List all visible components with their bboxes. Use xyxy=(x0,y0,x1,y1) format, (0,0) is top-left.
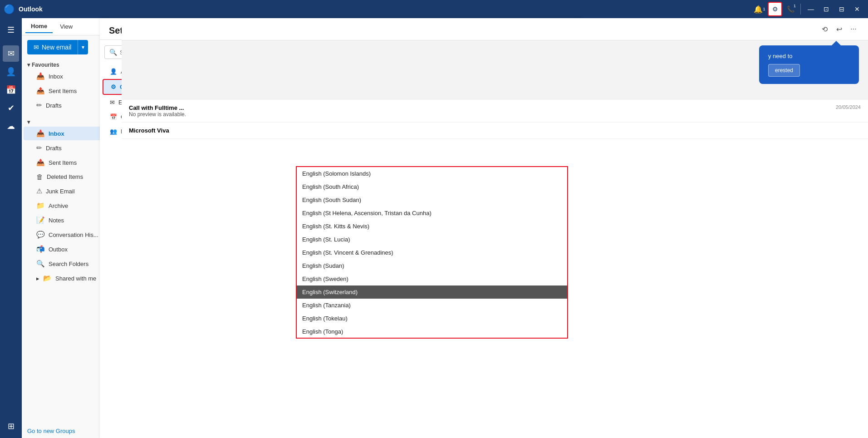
chevron-right-icon: ▸ xyxy=(36,275,39,282)
email-toolbar: ⟲ ↩ ··· xyxy=(122,18,868,40)
titlebar-controls: 🔔1 ⚙ 📞1 — ⊡ ⊟ ✕ xyxy=(752,2,864,16)
general-icon: ⚙ xyxy=(111,84,116,90)
dropdown-item-9[interactable]: English (Switzerland) xyxy=(297,285,567,299)
snap-btn[interactable]: ⊟ xyxy=(834,2,849,16)
email-nav-icon: ✉ xyxy=(110,99,115,106)
chevron-down-icon: ▾ xyxy=(27,62,30,68)
nav-mail-btn[interactable]: ✉ xyxy=(3,45,19,62)
reply-all-btn[interactable]: ↩ xyxy=(832,22,846,36)
outlook-logo: 🔵 xyxy=(4,4,15,15)
junk-icon: ⚠ xyxy=(36,187,42,195)
shared-icon: 📂 xyxy=(43,274,52,282)
accounts-icon: 👤 xyxy=(110,68,117,75)
close-btn[interactable]: ✕ xyxy=(850,2,864,16)
titlebar-left: 🔵 Outlook xyxy=(4,4,43,15)
new-email-label: New email xyxy=(42,44,71,51)
minimize-btn[interactable]: — xyxy=(804,2,818,16)
home-tab[interactable]: Home xyxy=(25,20,53,33)
nav-apps-btn[interactable]: ⊞ xyxy=(3,418,19,434)
sent-icon: 📤 xyxy=(36,87,45,95)
phone-btn[interactable]: 📞1 xyxy=(783,2,798,16)
dropdown-item-13[interactable]: English (Trinidad & Tobago) xyxy=(297,338,567,339)
more-options-btn[interactable]: ··· xyxy=(846,22,861,36)
sent-main-icon: 📤 xyxy=(36,158,45,167)
dropdown-item-6[interactable]: English (St. Vincent & Grenadines) xyxy=(297,246,567,259)
people-nav-icon: 👥 xyxy=(110,128,117,135)
new-email-arrow-btn[interactable]: ▾ xyxy=(78,40,88,54)
dropdown-item-8[interactable]: English (Sweden) xyxy=(297,272,567,285)
notification-text: y need to xyxy=(768,53,850,59)
email-item-0[interactable]: 20/05/2024 Call with Fulltime ... No pre… xyxy=(122,100,868,123)
email-preview-0: No preview is available. xyxy=(129,111,861,118)
calendar-nav-icon: 📅 xyxy=(110,113,117,120)
settings-gear-btn[interactable]: ⚙ xyxy=(768,2,782,16)
go-to-groups-link[interactable]: Go to new Groups xyxy=(27,428,75,434)
dropdown-item-4[interactable]: English (St. Kitts & Nevis) xyxy=(297,220,567,233)
dropdown-item-12[interactable]: English (Tonga) xyxy=(297,325,567,338)
notes-icon: 📝 xyxy=(36,216,45,224)
new-email-btn[interactable]: ✉ New email xyxy=(27,40,78,54)
refresh-btn[interactable]: ⟲ xyxy=(817,22,832,36)
language-dropdown[interactable]: English (Solomon Islands) English (South… xyxy=(296,166,568,339)
restore-btn[interactable]: ⊡ xyxy=(819,2,834,16)
email-sender-0: Call with Fulltime ... xyxy=(129,104,861,111)
dropdown-item-11[interactable]: English (Tokelau) xyxy=(297,312,567,325)
email-date-0: 20/05/2024 xyxy=(836,104,861,110)
nav-icons: ☰ ✉ 👤 📅 ✔ ☁ ⊞ xyxy=(0,18,22,438)
search-icon: 🔍 xyxy=(109,49,117,56)
dropdown-item-2[interactable]: English (South Sudan) xyxy=(297,193,567,207)
app-layout: ☰ ✉ 👤 📅 ✔ ☁ ⊞ Home View ✉ New email ▾ ▾ … xyxy=(0,18,868,438)
archive-icon: 📁 xyxy=(36,202,45,210)
new-email-icon: ✉ xyxy=(34,44,39,51)
dropdown-item-10[interactable]: English (Tanzania) xyxy=(297,299,567,312)
dropdown-item-7[interactable]: English (Sudan) xyxy=(297,259,567,272)
interested-btn[interactable]: erested xyxy=(768,64,800,77)
conversation-icon: 💬 xyxy=(36,231,45,239)
hamburger-menu-btn[interactable]: ☰ xyxy=(3,22,19,38)
nav-people-btn[interactable]: 👤 xyxy=(3,64,19,80)
inbox-icon: 📥 xyxy=(36,72,45,80)
nav-calendar-btn[interactable]: 📅 xyxy=(3,82,19,98)
email-item-1[interactable]: Microsoft Viva xyxy=(122,123,868,139)
inbox-main-icon: 📥 xyxy=(36,129,45,138)
deleted-icon: 🗑 xyxy=(36,173,43,181)
dropdown-item-3[interactable]: English (St Helena, Ascension, Tristan d… xyxy=(297,207,567,220)
dropdown-item-0[interactable]: English (Solomon Islands) xyxy=(297,167,567,180)
nav-cloud-btn[interactable]: ☁ xyxy=(3,118,19,134)
outbox-icon: 📬 xyxy=(36,245,45,253)
notification-popup: y need to erested xyxy=(759,45,859,84)
view-tab[interactable]: View xyxy=(54,20,78,33)
chevron-up-icon: ▾ xyxy=(27,119,30,125)
dropdown-item-5[interactable]: English (St. Lucia) xyxy=(297,233,567,246)
drafts-main-icon: ✏ xyxy=(36,144,42,152)
email-sender-1: Microsoft Viva xyxy=(129,127,861,134)
dropdown-item-1[interactable]: English (South Africa) xyxy=(297,180,567,193)
nav-tasks-btn[interactable]: ✔ xyxy=(3,100,19,116)
notification-bell-btn[interactable]: 🔔1 xyxy=(752,2,767,16)
titlebar: 🔵 Outlook 🔔1 ⚙ 📞1 — ⊡ ⊟ ✕ xyxy=(0,0,868,18)
app-name: Outlook xyxy=(19,5,43,13)
drafts-icon: ✏ xyxy=(36,101,42,109)
search-folders-icon: 🔍 xyxy=(36,260,45,268)
